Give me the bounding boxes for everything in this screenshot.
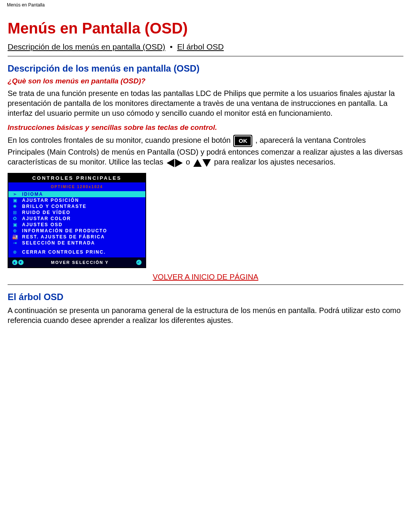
divider [8,284,403,285]
menu-item-label: CERRAR CONTROLES PRINC. [22,249,106,255]
menu-item-label: AJUSTAR POSICIÓN [22,198,79,203]
section-heading-descripcion: Descripción de los menús en pantalla (OS… [8,63,403,74]
menu-item-label: IDIOMA [22,192,43,197]
menu-item-icon: ➣ [11,192,18,197]
header-title: Menús en Pantalla [0,0,411,8]
up-down-arrows-icon [193,158,211,168]
menu-item-label: INFORMACIÓN DE PRODUCTO [22,228,107,233]
osd-menu-item[interactable]: ➣IDIOMA [8,191,145,197]
menu-item-label: AJUSTAR COLOR [22,216,71,221]
osd-footer-text: MOVER SELECCIÓN Y [51,260,109,265]
menu-item-icon: 🏭 [11,234,18,240]
footer-ok-icon: ✓ [136,260,142,265]
left-right-arrows-icon [166,158,183,168]
osd-menu-item[interactable]: ✪AJUSTAR COLOR [8,216,145,222]
menu-item-icon: ⇥ [11,240,18,246]
question-basic-instructions: Instrucciones básicas y sencillas sobre … [8,123,403,132]
osd-footer: ▲▼ MOVER SELECCIÓN Y ✓ [8,257,145,267]
menu-item-label: AJUSTES OSD [22,222,63,227]
menu-item-icon: ✪ [11,216,18,221]
osd-subtitle: OPTIMICE 1280x1024 [8,182,145,191]
question-what-is-osd: ¿Què son los menús en pantalla (OSD)? [8,77,403,85]
osd-menu-item[interactable]: ⊗CERRAR CONTROLES PRINC. [8,249,145,255]
paragraph-tree-intro: A continuación se presenta un panorama g… [8,305,403,325]
menu-item-label: RUIDO DE VÍDEO [22,210,70,215]
osd-menu-item[interactable]: ▣AJUSTAR POSICIÓN [8,197,145,203]
ok-button-icon: OK [233,135,252,147]
text-fragment: o [186,158,192,166]
menu-item-label: SELECCIÓN DE ENTRADA [22,240,95,246]
menu-item-label: BRILLO Y CONTRASTE [22,204,87,209]
divider [8,56,403,56]
paragraph-controls: En los controles frontales de su monitor… [8,135,403,168]
menu-item-icon: ⊗ [11,249,18,255]
osd-menu-item[interactable]: ▣AJUSTES OSD [8,222,145,228]
menu-item-icon: ✺ [11,204,18,209]
osd-main-controls-panel: CONTROLES PRINCIPALES OPTIMICE 1280x1024… [8,173,146,268]
menu-item-icon: ▣ [11,222,18,227]
osd-menu-item[interactable]: ⊕INFORMACIÓN DE PRODUCTO [8,228,145,234]
back-to-top-link[interactable]: VOLVER A INICIO DE PÁGINA [153,273,258,281]
nav-link-arbol[interactable]: El árbol OSD [177,42,224,51]
section-heading-arbol: El árbol OSD [8,292,403,302]
osd-menu-item[interactable]: ⇥SELECCIÓN DE ENTRADA [8,240,145,246]
page-title: Menús en Pantalla (OSD) [8,20,403,37]
menu-item-icon: ▣ [11,198,18,203]
osd-title: CONTROLES PRINCIPALES [8,174,145,182]
back-to-top-wrap: VOLVER A INICIO DE PÁGINA [8,273,403,281]
menu-item-icon: ⊞ [11,210,18,215]
page-nav: Descripción de los menús en pantalla (OS… [8,42,403,51]
paragraph-intro: Se trata de una función presente en toda… [8,88,403,118]
osd-menu-item[interactable]: ✺BRILLO Y CONTRASTE [8,203,145,209]
osd-menu-item[interactable]: ⊞RUIDO DE VÍDEO [8,209,145,216]
text-fragment: para realizar los ajustes necesarios. [214,158,335,166]
osd-menu-item[interactable]: 🏭REST. AJUSTES DE FÁBRICA [8,234,145,240]
nav-link-descripcion[interactable]: Descripción de los menús en pantalla (OS… [8,42,165,51]
menu-item-icon: ⊕ [11,228,18,233]
osd-menu-list: ➣IDIOMA▣AJUSTAR POSICIÓN✺BRILLO Y CONTRA… [8,191,145,257]
text-fragment: En los controles frontales de su monitor… [8,136,233,144]
menu-item-label: REST. AJUSTES DE FÁBRICA [22,234,105,240]
nav-separator: • [167,42,175,51]
footer-updown-icons: ▲▼ [12,260,24,265]
